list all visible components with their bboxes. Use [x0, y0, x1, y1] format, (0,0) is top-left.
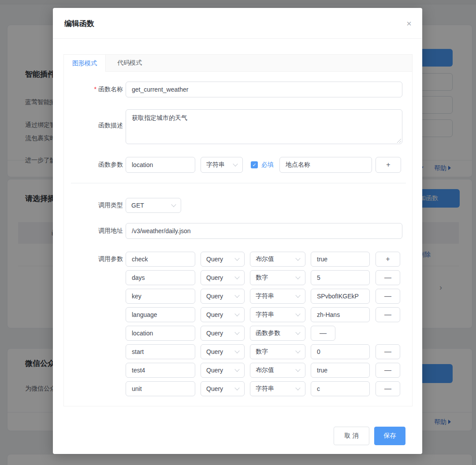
function-params-label: 函数参数: [71, 161, 123, 169]
call-param-name-input[interactable]: [126, 289, 195, 304]
call-param-type-select[interactable]: 字符串: [250, 289, 305, 304]
select-value: Query: [206, 274, 223, 281]
call-param-action-button[interactable]: +: [376, 252, 400, 267]
select-value: 字符串: [256, 385, 274, 393]
call-param-name-input[interactable]: [126, 344, 195, 359]
call-param-row: Query 布尔值 —: [126, 363, 413, 378]
select-value: GET: [131, 202, 144, 209]
call-type-select[interactable]: GET: [126, 198, 181, 213]
function-desc-textarea[interactable]: [126, 109, 402, 144]
call-param-location-select[interactable]: Query: [201, 381, 245, 396]
chevron-down-icon: [234, 385, 239, 390]
add-param-button[interactable]: +: [376, 157, 401, 173]
call-param-row: Query 布尔值 +: [126, 252, 413, 267]
call-param-type-select[interactable]: 数字: [250, 270, 305, 285]
tab-graphic-mode[interactable]: 图形模式: [63, 54, 106, 72]
graphic-mode-panel: *函数名称 函数描述 函数参数 字符串 ✓ 必填 + 调用类型 GET 调用地址…: [63, 72, 413, 406]
chevron-down-icon: [234, 367, 239, 372]
call-param-value-input[interactable]: [311, 307, 370, 322]
call-param-location-select[interactable]: Query: [201, 289, 245, 304]
call-param-action-button[interactable]: —: [376, 344, 400, 359]
label-text: 函数名称: [98, 86, 123, 93]
select-value: 数字: [256, 274, 268, 282]
required-asterisk: *: [94, 86, 97, 93]
chevron-down-icon: [295, 367, 300, 372]
required-checkbox[interactable]: ✓: [251, 161, 258, 168]
call-param-name-input[interactable]: [126, 381, 195, 396]
chevron-down-icon: [295, 330, 300, 335]
chevron-down-icon: [234, 274, 239, 279]
call-param-value-input[interactable]: [311, 289, 370, 304]
call-param-location-select[interactable]: Query: [201, 252, 245, 267]
chevron-down-icon: [233, 161, 238, 166]
chevron-down-icon: [295, 348, 300, 353]
chevron-down-icon: [234, 330, 239, 335]
function-name-input[interactable]: [126, 82, 402, 97]
select-value: Query: [206, 256, 223, 263]
resize-grip[interactable]: [396, 138, 401, 143]
call-param-type-select[interactable]: 函数参数: [250, 326, 305, 341]
call-param-value-input[interactable]: [311, 344, 370, 359]
call-param-row: Query 字符串 —: [126, 381, 413, 396]
call-param-name-input[interactable]: [126, 307, 195, 322]
call-param-action-button[interactable]: —: [376, 289, 400, 304]
call-param-value-input[interactable]: [311, 381, 370, 396]
chevron-down-icon: [234, 348, 239, 353]
call-param-action-button[interactable]: —: [376, 307, 400, 322]
call-param-location-select[interactable]: Query: [201, 326, 245, 341]
select-value: Query: [206, 367, 223, 374]
call-param-name-input[interactable]: [126, 252, 195, 267]
chevron-down-icon: [295, 256, 300, 260]
select-value: 字符串: [256, 292, 274, 300]
call-param-action-button[interactable]: —: [376, 363, 400, 378]
call-param-name-input[interactable]: [126, 270, 195, 285]
required-checkbox-label[interactable]: 必填: [261, 161, 274, 169]
chevron-down-icon: [171, 202, 176, 207]
call-param-location-select[interactable]: Query: [201, 363, 245, 378]
modal-title: 编辑函数: [64, 19, 94, 29]
call-param-type-select[interactable]: 布尔值: [250, 363, 305, 378]
param-name-input[interactable]: [126, 157, 195, 173]
call-param-location-select[interactable]: Query: [201, 307, 245, 322]
call-param-name-input[interactable]: [126, 363, 195, 378]
select-value: 布尔值: [256, 366, 274, 374]
chevron-down-icon: [234, 311, 239, 316]
call-param-type-select[interactable]: 字符串: [250, 381, 305, 396]
function-name-label: *函数名称: [71, 86, 123, 93]
call-param-row: Query 字符串 —: [126, 289, 413, 304]
chevron-down-icon: [295, 274, 300, 279]
save-button[interactable]: 保存: [374, 427, 405, 445]
select-value: Query: [206, 385, 223, 392]
call-param-type-select[interactable]: 数字: [250, 344, 305, 359]
call-param-type-select[interactable]: 字符串: [250, 307, 305, 322]
call-param-type-select[interactable]: 布尔值: [250, 252, 305, 267]
chevron-down-icon: [234, 293, 239, 298]
cancel-button[interactable]: 取 消: [334, 427, 369, 445]
call-param-action-button[interactable]: —: [376, 381, 400, 396]
call-param-name-input[interactable]: [126, 326, 195, 341]
call-param-value-input[interactable]: [311, 363, 370, 378]
call-url-input[interactable]: [126, 223, 402, 239]
call-param-action-button[interactable]: —: [376, 270, 400, 285]
call-param-location-select[interactable]: Query: [201, 270, 245, 285]
page: 智能插件 蓝莺智能插件 通过绑定智能 流包裹实时位 进一步了解 帮助 请选择插件…: [0, 0, 476, 465]
call-param-row: Query 字符串 —: [126, 307, 413, 322]
param-desc-input[interactable]: [279, 157, 372, 173]
select-value: 函数参数: [256, 329, 280, 337]
call-params-label: 调用参数: [71, 255, 123, 263]
select-value: 数字: [256, 348, 268, 356]
chevron-down-icon: [295, 311, 300, 316]
call-param-location-select[interactable]: Query: [201, 344, 245, 359]
call-param-value-input[interactable]: [311, 270, 370, 285]
close-icon[interactable]: ✕: [405, 19, 413, 28]
call-param-row: Query 数字 —: [126, 270, 413, 285]
select-value: Query: [206, 311, 223, 318]
tab-code-mode[interactable]: 代码模式: [106, 55, 153, 71]
call-param-value-input[interactable]: [311, 252, 370, 267]
select-value: 字符串: [256, 311, 274, 319]
chevron-down-icon: [295, 385, 300, 390]
param-type-select[interactable]: 字符串: [201, 157, 243, 173]
call-param-row: Query 函数参数 —: [126, 326, 413, 341]
modal-header: 编辑函数 ✕: [53, 8, 422, 39]
call-param-action-button[interactable]: —: [311, 326, 335, 341]
